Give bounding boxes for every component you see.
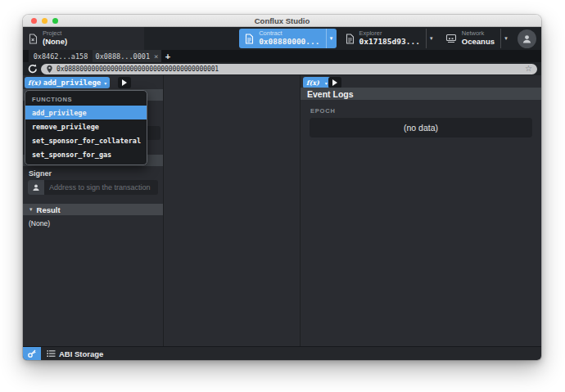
- window-titlebar: Conflux Studio: [23, 15, 541, 27]
- function-selector-button[interactable]: f(x) add_privilege ▾: [25, 77, 110, 88]
- contract-chevron-down-icon[interactable]: ▾: [326, 29, 337, 48]
- result-value: (None): [29, 219, 50, 228]
- close-window-button[interactable]: [31, 18, 37, 24]
- menu-item-remove-privilege[interactable]: remove_privilege: [25, 119, 147, 133]
- keypair-manager-button[interactable]: [23, 347, 41, 360]
- signer-person-icon: [28, 180, 44, 195]
- event-logs-header: Event Logs: [301, 88, 541, 100]
- functions-dropdown-header: FUNCTIONS: [25, 93, 147, 106]
- status-bar: ABI Storage: [23, 346, 541, 360]
- desktop: Conflux Studio Project (None): [0, 0, 565, 392]
- explorer-button[interactable]: Explorer 0x17185d93... ▾: [340, 29, 436, 48]
- minimize-window-button[interactable]: [42, 18, 47, 24]
- reload-icon[interactable]: [27, 64, 38, 74]
- no-data-placeholder: (no data): [310, 118, 532, 137]
- abi-storage-label: ABI Storage: [59, 349, 103, 358]
- contract-file-icon: [245, 34, 254, 44]
- menu-item-set-sponsor-for-collateral[interactable]: set_sponsor_for_collateral: [25, 133, 147, 147]
- explorer-chevron-down-icon[interactable]: ▾: [426, 29, 436, 48]
- window-title: Conflux Studio: [23, 16, 541, 25]
- tab-0x0888[interactable]: 0x0888...0001 ×: [93, 50, 161, 62]
- signer-input-group: [28, 180, 158, 195]
- location-pin-icon: [46, 65, 53, 74]
- app-window: Conflux Studio Project (None): [23, 15, 541, 360]
- collapse-icon: ▾: [29, 206, 33, 213]
- event-logs-panel: f(x) ▾ Event Logs EPOCH (no data): [301, 75, 541, 346]
- address-bar: 0x08880000000000000000000000000000000000…: [23, 62, 541, 75]
- network-value: Oceanus: [462, 38, 495, 47]
- bookmark-star-icon[interactable]: ☆: [525, 65, 532, 73]
- event-chevron-down-icon: ▾: [325, 80, 328, 86]
- user-avatar[interactable]: [518, 29, 536, 48]
- address-input[interactable]: 0x08880000000000000000000000000000000000…: [41, 64, 537, 74]
- event-logs-title: Event Logs: [307, 89, 354, 99]
- tab-close-icon[interactable]: ×: [154, 52, 158, 61]
- key-icon: [27, 349, 37, 358]
- zoom-window-button[interactable]: [52, 18, 58, 24]
- explorer-file-icon: [346, 34, 355, 44]
- selected-function-name: add_privilege: [43, 79, 101, 87]
- new-tab-button[interactable]: +: [161, 50, 174, 62]
- signer-label: Signer: [29, 169, 52, 178]
- function-icon: f(x): [28, 79, 41, 87]
- abi-storage-button[interactable]: ABI Storage: [47, 347, 103, 360]
- network-chevron-down-icon[interactable]: ▾: [500, 29, 511, 48]
- network-monitor-icon: [445, 34, 457, 43]
- explorer-value: 0x17185d93...: [359, 38, 420, 47]
- project-file-icon: [29, 34, 38, 44]
- main-toolbar: Project (None) Contract 0x08880000...: [23, 27, 541, 50]
- execution-panel: f(x) add_privilege ▾ Parameters Authoriz…: [23, 75, 164, 346]
- project-value: (None): [43, 38, 67, 47]
- project-selector[interactable]: Project (None): [23, 27, 144, 50]
- menu-item-add-privilege[interactable]: add_privilege: [25, 106, 147, 119]
- network-button[interactable]: Network Oceanus ▾: [440, 29, 511, 48]
- contract-button[interactable]: Contract 0x08880000... ▾: [239, 29, 336, 48]
- signer-address-field[interactable]: [44, 180, 158, 195]
- functions-dropdown-menu: FUNCTIONS add_privilege remove_privilege…: [25, 90, 147, 165]
- tab-label: 0x0888...0001: [96, 52, 151, 61]
- contract-value: 0x08880000...: [259, 38, 319, 47]
- function-icon: f(x): [306, 79, 319, 87]
- traffic-lights: [31, 18, 58, 24]
- main-content: f(x) add_privilege ▾ Parameters Authoriz…: [23, 75, 541, 346]
- query-events-button[interactable]: [328, 77, 341, 88]
- address-value: 0x08880000000000000000000000000000000000…: [56, 65, 219, 73]
- tab-label: 0x8462...a158: [34, 52, 88, 61]
- tab-0x8462[interactable]: 0x8462...a158: [29, 50, 93, 62]
- function-chevron-down-icon: ▾: [104, 80, 106, 86]
- execute-function-button[interactable]: [118, 77, 131, 88]
- list-icon: [47, 349, 56, 358]
- tab-bar: 0x8462...a158 0x0888...0001 × +: [23, 50, 541, 62]
- result-header-label: Result: [37, 205, 61, 214]
- event-selector-button[interactable]: f(x) ▾: [303, 77, 331, 88]
- play-icon: [332, 79, 337, 86]
- play-icon: [122, 79, 127, 86]
- editor-panel: [164, 75, 301, 346]
- epoch-label: EPOCH: [310, 107, 336, 115]
- menu-item-set-sponsor-for-gas[interactable]: set_sponsor_for_gas: [25, 147, 147, 161]
- result-section-header[interactable]: ▾ Result: [23, 204, 163, 215]
